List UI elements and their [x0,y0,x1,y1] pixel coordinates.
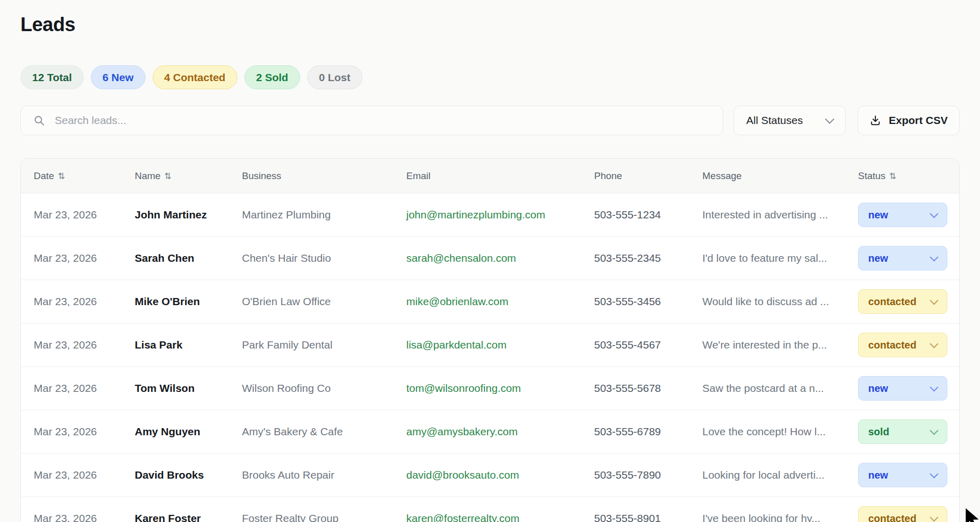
lead-status-select[interactable]: new [858,203,947,227]
lead-business: Wilson Roofing Co [229,367,394,410]
sort-icon: ⇅ [58,171,65,181]
lead-status-label: contacted [868,296,916,308]
summary-badge-label: 6 New [103,71,134,84]
sort-icon: ⇅ [889,171,896,181]
lead-email-link[interactable]: tom@wilsonroofing.com [406,382,521,394]
chevron-down-icon [930,470,939,479]
summary-badge-label: 4 Contacted [164,71,226,84]
lead-status-label: new [868,469,888,481]
leads-page: Leads 12 Total6 New4 Contacted2 Sold0 Lo… [0,0,980,522]
lead-date: Mar 23, 2026 [21,497,122,522]
lead-message: I'd love to feature my sal... [690,237,845,280]
column-header-status[interactable]: Status⇅ [845,159,960,193]
lead-name: Tom Wilson [122,367,229,410]
column-header-label: Date [34,170,54,181]
export-csv-button[interactable]: Export CSV [857,106,960,135]
lead-date: Mar 23, 2026 [21,193,122,237]
search-input[interactable] [54,114,710,127]
lead-email-link[interactable]: sarah@chensalon.com [406,252,516,264]
lead-message: Interested in advertising ... [690,193,845,237]
lead-email-link[interactable]: david@brooksauto.com [406,469,519,481]
chevron-down-icon [930,340,939,349]
column-header-label: Status [858,170,886,181]
search-box [20,106,723,135]
status-filter-dropdown[interactable]: All Statuses [733,106,846,135]
lead-status-select[interactable]: sold [858,419,947,444]
lead-email-link[interactable]: karen@fosterrealty.com [406,512,520,522]
summary-badge-total: 12 Total [20,65,84,89]
lead-date: Mar 23, 2026 [21,237,122,280]
column-header-message: Message [690,159,845,193]
summary-badge-label: 2 Sold [256,71,288,84]
export-csv-label: Export CSV [889,114,948,127]
table-row: Mar 23, 2026 Mike O'Brien O'Brien Law Of… [21,280,960,324]
lead-status-select[interactable]: contacted [858,506,947,522]
leads-table-card: Date⇅Name⇅BusinessEmailPhoneMessageStatu… [20,158,960,522]
lead-message: We're interested in the p... [690,324,845,367]
lead-business: Martinez Plumbing [229,193,394,237]
column-header-label: Message [702,170,742,181]
chevron-down-icon [930,383,939,392]
lead-status-select[interactable]: new [858,463,947,487]
search-icon [33,114,45,127]
lead-email-link[interactable]: john@martinezplumbing.com [406,209,545,220]
lead-name: Mike O'Brien [122,280,229,324]
summary-badge-label: 0 Lost [319,71,351,84]
chevron-down-icon [930,253,939,262]
lead-date: Mar 23, 2026 [21,410,122,454]
lead-phone: 503-555-2345 [581,237,690,280]
lead-status-label: new [868,209,888,221]
summary-badge-lost: 0 Lost [307,65,362,89]
lead-status-select[interactable]: contacted [858,333,947,357]
lead-business: O'Brien Law Office [229,280,394,324]
column-header-phone: Phone [581,159,690,193]
chevron-down-icon [930,513,939,522]
toolbar: All Statuses Export CSV [20,106,960,135]
table-row: Mar 23, 2026 John Martinez Martinez Plum… [21,193,960,237]
lead-name: Lisa Park [122,324,229,367]
lead-message: Looking for local adverti... [690,454,845,497]
table-row: Mar 23, 2026 Sarah Chen Chen's Hair Stud… [21,237,960,280]
column-header-name[interactable]: Name⇅ [122,159,229,193]
summary-badge-label: 12 Total [32,71,72,84]
column-header-label: Phone [594,170,622,181]
lead-status-label: contacted [868,513,916,522]
lead-phone: 503-555-7890 [581,454,690,497]
table-row: Mar 23, 2026 Karen Foster Foster Realty … [21,497,960,522]
lead-business: Park Family Dental [229,324,394,367]
column-header-label: Email [406,170,431,181]
lead-status-select[interactable]: new [858,246,947,270]
table-row: Mar 23, 2026 Amy Nguyen Amy's Bakery & C… [21,410,960,454]
summary-badge-new: 6 New [91,65,145,89]
table-header-row: Date⇅Name⇅BusinessEmailPhoneMessageStatu… [21,159,960,193]
lead-email-link[interactable]: amy@amysbakery.com [406,426,518,437]
column-header-date[interactable]: Date⇅ [21,159,122,193]
table-row: Mar 23, 2026 Lisa Park Park Family Denta… [21,324,960,367]
column-header-business: Business [229,159,394,193]
table-row: Mar 23, 2026 Tom Wilson Wilson Roofing C… [21,367,960,410]
leads-table: Date⇅Name⇅BusinessEmailPhoneMessageStatu… [21,159,960,522]
lead-phone: 503-555-6789 [581,410,690,454]
summary-badge-contacted: 4 Contacted [153,65,237,89]
lead-date: Mar 23, 2026 [21,280,122,324]
lead-date: Mar 23, 2026 [21,324,122,367]
lead-status-select[interactable]: contacted [858,289,947,314]
lead-status-label: new [868,383,888,394]
lead-status-select[interactable]: new [858,376,947,401]
lead-message: I've been looking for hy... [690,497,845,522]
lead-phone: 503-555-8901 [581,497,690,522]
lead-message: Love the concept! How l... [690,410,845,454]
lead-message: Would like to discuss ad ... [690,280,845,324]
lead-name: Sarah Chen [122,237,229,280]
lead-business: Amy's Bakery & Cafe [229,410,394,454]
column-header-label: Business [242,170,281,181]
lead-status-label: new [868,253,888,264]
lead-status-label: contacted [868,339,916,351]
lead-phone: 503-555-3456 [581,280,690,324]
lead-business: Foster Realty Group [229,497,394,522]
lead-email-link[interactable]: mike@obrienlaw.com [406,295,508,307]
lead-email-link[interactable]: lisa@parkdental.com [406,339,506,351]
lead-date: Mar 23, 2026 [21,367,122,410]
sort-icon: ⇅ [164,171,172,181]
summary-badges: 12 Total6 New4 Contacted2 Sold0 Lost [20,65,960,89]
